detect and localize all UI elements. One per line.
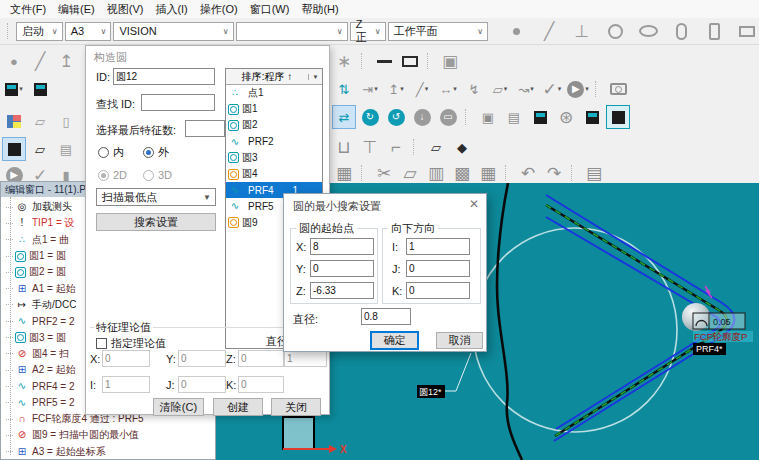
camera-icon[interactable] [606,77,630,101]
feature-item-circle2[interactable]: 圆2 [226,117,322,133]
close-icon[interactable]: ✕ [469,197,479,211]
feature-list-header[interactable]: 排序:程序 ↑ ▼ [226,69,322,85]
menu-view[interactable]: 视图(V) [101,0,150,19]
execute-check-icon[interactable]: ✓▾ [540,77,564,101]
copy-icon[interactable]: ▱ [398,161,422,183]
theoretical-z-input[interactable] [238,350,284,367]
pocket-icon[interactable]: ⊔ [332,135,356,159]
square-slot-feature-icon[interactable] [702,19,726,43]
cancel-button[interactable]: 取消 [436,332,483,349]
line-slash-icon[interactable]: ╱▾ [410,77,434,101]
workplane-combo[interactable]: 工作平面∨ [388,22,488,41]
ok-button[interactable]: 确定 [371,332,418,349]
report-lines-icon[interactable]: ▤ [54,137,78,161]
clipboard-add-icon[interactable]: ▣ [476,105,500,129]
rectangle-feature-icon[interactable] [735,19,759,43]
line-feature-icon[interactable]: ╱ [537,19,561,43]
theoretical-x-input[interactable] [102,350,150,367]
radio-3d[interactable]: 3D [143,169,172,181]
pattern-asterisk-icon[interactable]: ∗ [332,49,356,73]
probe-move-icon[interactable]: ⇄ [332,105,356,129]
alignment-lightning-icon[interactable]: ↯ [462,77,486,101]
solid-view-cube-icon[interactable] [2,137,26,161]
dimension-width-icon[interactable]: ↔▾ [436,77,460,101]
theoretical-diameter-input[interactable] [284,350,327,367]
radio-outer[interactable]: 外 [143,145,169,160]
perpendicular-feature-icon[interactable]: ⊥ [570,19,594,43]
mode-combo[interactable]: 启动∨ [16,22,63,41]
target-point-icon[interactable]: ↥▾ [384,77,408,101]
theoretical-k-input[interactable] [238,376,284,393]
menu-help[interactable]: 帮助(H) [295,0,344,19]
toolbar-grip[interactable] [7,23,13,39]
datum-tool-icon[interactable]: ↥ [54,49,78,73]
start-y-input[interactable] [310,260,374,277]
start-z-input[interactable] [310,282,374,299]
find-id-input[interactable] [141,94,215,111]
cube-shield-icon[interactable]: ◆ [450,135,474,159]
create-button[interactable]: 创建 [213,398,263,416]
insert-feature-cube-icon[interactable]: ▾ [2,77,26,101]
line-segment-icon[interactable] [372,49,396,73]
start-x-input[interactable] [310,238,374,255]
probe-combo[interactable]: A3∨ [65,22,112,41]
cube-copy-icon[interactable]: ▱ [28,137,52,161]
cube-bulb-icon[interactable] [528,105,552,129]
menu-file[interactable]: 文件(F) [4,0,52,19]
feature-item-point1[interactable]: ∴点1 [226,85,322,101]
direction-i-input[interactable] [406,238,470,255]
wireframe-cube-icon[interactable] [28,77,52,101]
clipboard-send-icon[interactable]: ▤ [502,105,526,129]
tree-item-a3[interactable]: ⊞A3 = 起始坐标系 [1,443,215,459]
fcf-label[interactable]: FCF轮廓度P [694,331,747,342]
point-feature-icon[interactable] [504,19,528,43]
feature-item-circle4[interactable]: 圆4 [226,166,322,182]
sort-dropdown-button[interactable]: ▼ [308,74,322,80]
undo-icon[interactable]: ↶ [516,161,540,183]
circle12-tag[interactable]: 圆12* [417,385,445,398]
surface-roller-icon[interactable]: ▭ [436,105,460,129]
command-table-icon[interactable]: ▦ [332,161,356,183]
line-tool-icon[interactable]: ╱ [28,49,52,73]
rotate-3d-icon[interactable]: ↺ [384,105,408,129]
method-select[interactable]: 扫描最低点 ▼ [96,188,216,206]
theoretical-y-input[interactable] [178,350,226,367]
search-settings-button[interactable]: 搜索设置 [96,213,216,231]
bend-icon[interactable]: ⌐ [384,135,408,159]
prf4-tag[interactable]: PRF4* [693,343,726,355]
direction-k-input[interactable] [406,282,470,299]
menu-insert[interactable]: 插入(I) [149,0,193,19]
copy-locked-icon[interactable]: ▱ [28,109,52,133]
cut-icon[interactable]: ✂ [372,161,396,183]
rectangle-outline-icon[interactable] [398,49,422,73]
fcf-callout[interactable]: 0.05 [693,313,745,329]
cut-pages-icon[interactable]: ▯ [54,109,78,133]
pattern-grid-icon[interactable]: ▩ [450,161,474,183]
theoretical-i-input[interactable] [102,376,150,393]
clamp-icon[interactable]: ⊤ [358,135,382,159]
tree-item-circle9[interactable]: ⊘圆9 = 扫描中圆的最小值 [1,427,215,443]
id-input[interactable] [113,68,215,85]
gears-icon[interactable]: ⊛ [554,105,578,129]
polygon-shield-icon[interactable]: ▱ [424,135,448,159]
camera-cube-icon[interactable] [606,105,630,129]
save-alignment-icon[interactable]: ▣ [438,49,462,73]
direction-j-input[interactable] [406,260,470,277]
view-direction-combo[interactable]: Z 正∨ [350,22,386,41]
copy-pages-icon[interactable]: ▱▾ [488,77,512,101]
paste-icon[interactable]: ▥ [424,161,448,183]
redo-icon[interactable]: ↷ [542,161,566,183]
circle-feature-icon[interactable] [603,19,627,43]
point-tool-icon[interactable]: ● [2,49,26,73]
menu-window[interactable]: 窗口(W) [244,0,296,19]
specify-theoretical-checkbox[interactable]: 指定理论值 [96,336,166,351]
close-button[interactable]: 关闭 [271,398,321,416]
extra-combo[interactable]: ∨ [236,22,348,41]
rotate-view-icon[interactable]: ↻ [358,105,382,129]
clear-button[interactable]: 清除(C) [153,398,204,416]
feature-item-circle1[interactable]: 圆1 [226,101,322,117]
measurement-combo[interactable]: VISION∨ [113,22,233,41]
path-execute-icon[interactable]: ↝▾ [514,77,538,101]
play-circle-icon[interactable]: ▶▾ [566,77,590,101]
ellipse-feature-icon[interactable] [636,19,660,43]
